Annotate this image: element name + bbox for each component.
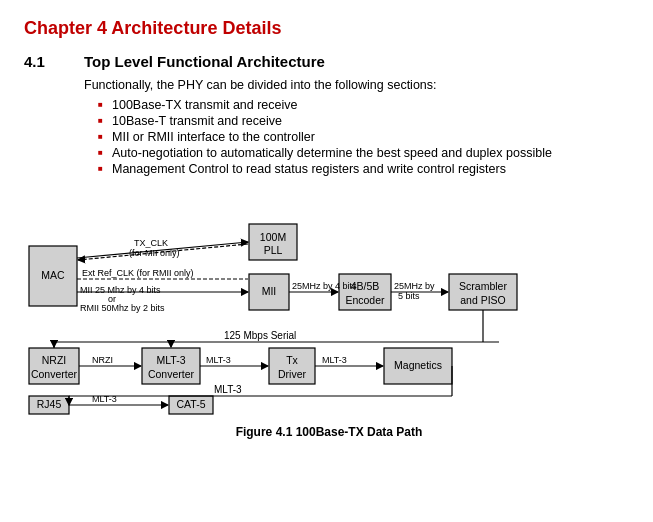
intro-text: Functionally, the PHY can be divided int… — [84, 78, 629, 92]
section-number: 4.1 — [24, 53, 60, 70]
bullet-item: 100Base-TX transmit and receive — [98, 98, 629, 112]
pll-label2: PLL — [264, 244, 283, 256]
25mhz5-label: 25MHz by — [394, 281, 435, 291]
cat5-label: CAT-5 — [177, 398, 206, 410]
ext-ref-label: Ext Ref_CLK (for RMII only) — [82, 268, 194, 278]
mlt3conv-label: MLT-3 — [157, 354, 186, 366]
bullet-item: Management Control to read status regist… — [98, 162, 629, 176]
section-title: Top Level Functional Architecture — [84, 53, 325, 70]
mlt3-rj45-label: MLT-3 — [92, 394, 117, 404]
for-mii-label: (for MII only) — [129, 248, 180, 258]
figure-caption: Figure 4.1 100Base-TX Data Path — [24, 425, 634, 439]
scrambler-label2: and PISO — [460, 294, 506, 306]
125mbps-label: 125 Mbps Serial — [224, 330, 296, 341]
bullet-item: Auto-negotiation to automatically determ… — [98, 146, 629, 160]
txdriver-label2: Driver — [278, 368, 307, 380]
pll-label: 100M — [260, 231, 286, 243]
bullet-item: 10Base-T transmit and receive — [98, 114, 629, 128]
mac-label: MAC — [41, 269, 65, 281]
diagram-container: MAC 100M PLL MII 4B/5B Encoder Scrambler… — [24, 186, 634, 439]
architecture-diagram: MAC 100M PLL MII 4B/5B Encoder Scrambler… — [24, 186, 634, 416]
rj45-label: RJ45 — [37, 398, 62, 410]
magnetics-label: Magnetics — [394, 359, 442, 371]
mlt3-bottom-label: MLT-3 — [214, 384, 242, 395]
nrzi-label: NRZI — [42, 354, 67, 366]
bullet-item: MII or RMII interface to the controller — [98, 130, 629, 144]
25mhz5-label2: 5 bits — [398, 291, 420, 301]
nrzi-label2: Converter — [31, 368, 78, 380]
nrzi-sig-label: NRZI — [92, 355, 113, 365]
chapter-title: Chapter 4 Architecture Details — [24, 18, 629, 39]
encoder-label2: Encoder — [345, 294, 385, 306]
tx-clk-label: TX_CLK — [134, 238, 168, 248]
scrambler-label: Scrambler — [459, 280, 507, 292]
mii25-label: MII 25 Mhz by 4 bits — [80, 285, 161, 295]
txdriver-label: Tx — [286, 354, 298, 366]
mlt3conv-label2: Converter — [148, 368, 195, 380]
bullet-list: 100Base-TX transmit and receive 10Base-T… — [98, 98, 629, 176]
mlt3-sig1-label: MLT-3 — [206, 355, 231, 365]
mii-label: MII — [262, 285, 277, 297]
mlt3-sig2-label: MLT-3 — [322, 355, 347, 365]
rmii50-label: RMII 50Mhz by 2 bits — [80, 303, 165, 313]
25mhz4-label: 25MHz by 4 bits — [292, 281, 357, 291]
